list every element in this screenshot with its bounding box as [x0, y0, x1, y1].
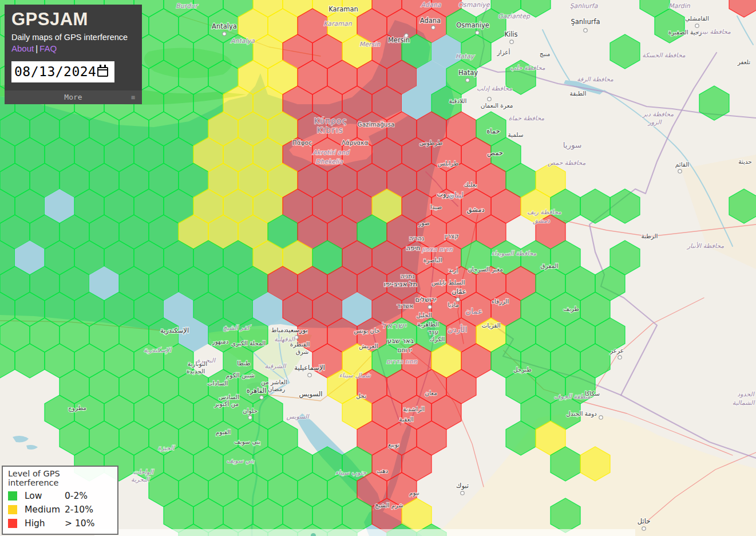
map-label: القريات [481, 322, 500, 329]
map-label: رحية الصفيرة [668, 29, 702, 36]
map-label: الشمالية [733, 399, 755, 407]
legend-swatch [8, 491, 17, 500]
attribution-bar [94, 529, 635, 536]
map-label: Osmaniye [458, 1, 490, 9]
map-label: نابلس [432, 279, 446, 286]
map-label: ישראל [382, 321, 407, 330]
city-dot [308, 373, 311, 377]
map-label: اللاذقية [449, 97, 467, 104]
map-label: حماة [486, 127, 500, 135]
map-label: طبرجل [513, 366, 532, 373]
map-label: العقبة [399, 416, 413, 423]
map-label: دمشق [466, 206, 484, 214]
link-separator: | [34, 44, 39, 53]
map-label: معرة النعمان [481, 102, 513, 109]
map-label: الأردن [448, 324, 467, 334]
map-label: رمضان [268, 385, 286, 393]
city-dot [295, 336, 298, 339]
map-label: طرطوس [419, 139, 443, 147]
calendar-icon[interactable] [97, 67, 108, 77]
map-label: Adana [420, 17, 441, 25]
map-label: נהריה [409, 235, 424, 242]
map-label: الجديدة [187, 368, 205, 375]
map-label: Gaziantep [498, 13, 531, 20]
map-label: حديثة [738, 158, 752, 165]
map-label: Şanlıurfa [571, 18, 600, 26]
map-label: البحرية [131, 476, 151, 483]
gpsjam-app: BurdurAntalyaAntalyaKaramanKaramanMersin… [0, 0, 756, 536]
map-label: محافظة حمص [548, 159, 586, 167]
map-label: حمص [487, 149, 503, 157]
map-label: القائم [675, 161, 690, 168]
map-label: كفر الشيخ [223, 324, 251, 332]
map-label: شمال سيناء [339, 372, 371, 379]
map-label: الناصرة [423, 257, 442, 264]
map-label: מרום הצפון [422, 246, 453, 253]
map-label: محافظة دير [642, 111, 674, 118]
map-label: ירושלים [415, 295, 436, 304]
map-label: محافظة إدلب [477, 85, 512, 92]
map-label: شرم الشيخ [375, 502, 403, 509]
more-button[interactable]: More ≡ [5, 90, 142, 104]
map-label: Antalya [212, 22, 237, 30]
map-label: عمّان [452, 287, 466, 295]
map-label: חיפה [406, 244, 421, 252]
map-label: Osmaniye [456, 21, 489, 29]
map-label: أعزاز [497, 48, 510, 56]
map-label: السلط [449, 279, 465, 286]
map-label: Hatay [458, 69, 478, 77]
city-dot [476, 31, 479, 34]
legend-row-high: High> 10% [8, 518, 112, 529]
map-label: سلمية [508, 131, 523, 138]
date-picker[interactable] [11, 61, 114, 82]
control-panel: GPSJAM Daily maps of GPS interference Ab… [5, 5, 142, 104]
map-label: سوريا [563, 140, 582, 150]
city-dot [695, 24, 699, 27]
map-label: تلعفر [737, 58, 751, 66]
city-dot [488, 97, 491, 101]
legend-label: Medium [25, 505, 65, 515]
map-label: دمياط [271, 326, 287, 333]
date-input[interactable] [14, 64, 96, 79]
map-label: Kilis [504, 30, 517, 38]
map-label: من أكتوبر [214, 400, 239, 408]
map-label: منبج [540, 50, 551, 57]
map-label: محافظة السويداء [492, 250, 537, 257]
map-label: معان [425, 389, 437, 396]
map-label: لبنان [449, 190, 464, 199]
map-label: النوبارية [188, 360, 207, 368]
legend-label: Low [25, 491, 65, 501]
city-dot [618, 356, 622, 359]
map-label: محافظة الأنبار [686, 242, 725, 250]
map-label: محافظة حلب [510, 64, 545, 72]
about-link[interactable]: About [11, 44, 34, 53]
map-label: קצרין [445, 232, 459, 239]
map-label: الزرقاء [492, 298, 509, 305]
map-label: المفرق [540, 262, 558, 270]
more-expand-icon: ≡ [131, 93, 135, 101]
map-label: الشرقية [265, 362, 287, 370]
map-label: تبوك [456, 482, 469, 490]
faq-link[interactable]: FAQ [39, 44, 57, 53]
map-label: Adana [421, 1, 441, 9]
map-label: دمشق [533, 217, 550, 224]
legend-swatch [8, 505, 17, 514]
map-label: الكرك [430, 336, 445, 343]
map-label: Karaman [323, 20, 352, 27]
legend-title: Level of GPS interference [8, 469, 112, 487]
map-label: Mardin [668, 2, 691, 10]
map-label: Gazimağusa [358, 121, 395, 128]
map-label: بني سويف [227, 457, 254, 464]
map-label: Akrotiri and [312, 149, 350, 156]
city-dot [428, 305, 432, 309]
map-label: محافظة ريف [527, 208, 561, 216]
map-label: العريش [359, 342, 378, 350]
map-label: Antalya [231, 37, 255, 45]
map-label: بني سويف [234, 438, 260, 446]
map-label: القامشلي [685, 15, 709, 22]
map-label: مادبا [448, 301, 459, 308]
map-label: طريف [563, 305, 579, 313]
map-label: السادس [219, 393, 239, 400]
app-title: GPSJAM [11, 10, 135, 29]
map-label: الإسكندرية [144, 346, 172, 354]
